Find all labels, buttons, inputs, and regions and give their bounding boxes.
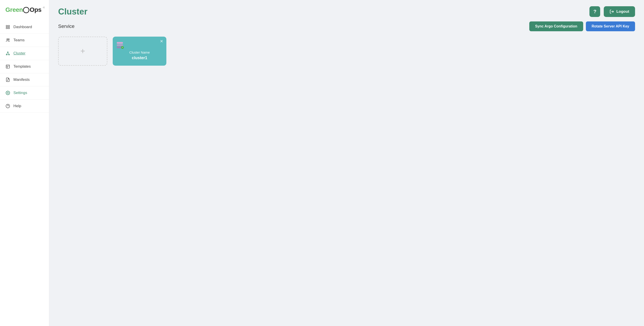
sidebar-item-templates-label: Templates — [14, 64, 31, 69]
sidebar-item-manifests[interactable]: Manifests — [0, 73, 49, 86]
sidebar-item-help-label: Help — [14, 104, 21, 108]
sidebar-item-templates[interactable]: Templates — [0, 60, 49, 73]
svg-point-6 — [8, 52, 8, 52]
sync-argo-button[interactable]: Sync Argo Configuration — [529, 21, 583, 31]
sidebar-item-dashboard-label: Dashboard — [14, 25, 32, 29]
content-area: Service Sync Argo Configuration Rotate S… — [49, 21, 644, 326]
sidebar-collapse-button[interactable]: « — [43, 5, 45, 9]
svg-point-17 — [8, 92, 8, 94]
section-title: Service — [58, 23, 74, 29]
svg-line-10 — [8, 52, 9, 54]
header: Cluster ? Logout — [49, 0, 644, 21]
cards-row: + ✕ Cluster Name cluster1 — [58, 37, 635, 66]
svg-point-5 — [8, 39, 10, 40]
logout-button[interactable]: Logout — [604, 6, 635, 17]
svg-rect-3 — [8, 27, 10, 29]
svg-point-4 — [7, 39, 8, 40]
main-content: Cluster ? Logout Service Sync Argo Confi… — [49, 0, 644, 326]
logo-black: Ops — [30, 6, 41, 13]
cluster-db-icon — [117, 42, 123, 48]
cluster-card: ✕ Cluster Name cluster1 — [113, 37, 166, 66]
teams-icon — [5, 38, 10, 43]
sidebar-item-cluster-label: Cluster — [14, 51, 26, 56]
sidebar-item-teams[interactable]: Teams — [0, 34, 49, 47]
manifests-icon — [5, 77, 10, 82]
add-icon: + — [80, 47, 85, 55]
settings-icon — [5, 90, 10, 95]
cluster-name-label: Cluster Name — [117, 50, 162, 54]
sidebar-item-help[interactable]: Help — [0, 100, 49, 113]
logo-area: GreenOps — [0, 0, 49, 20]
sidebar-item-manifests-label: Manifests — [14, 77, 30, 82]
db-layer-2 — [117, 44, 123, 46]
logout-label: Logout — [616, 9, 629, 14]
section-actions: Sync Argo Configuration Rotate Server AP… — [529, 21, 635, 31]
svg-rect-1 — [8, 25, 10, 27]
rotate-api-key-button[interactable]: Rotate Server API Key — [586, 21, 635, 31]
svg-rect-2 — [6, 27, 8, 29]
sidebar-item-cluster[interactable]: Cluster — [0, 47, 49, 60]
cluster-status-check-icon — [121, 46, 124, 49]
sidebar-item-teams-label: Teams — [14, 38, 24, 42]
help-button[interactable]: ? — [590, 6, 600, 17]
section-header: Service Sync Argo Configuration Rotate S… — [58, 21, 635, 31]
cluster-card-icon-area — [117, 42, 162, 48]
svg-rect-12 — [6, 65, 10, 68]
dashboard-icon — [5, 24, 10, 29]
logo-circle-icon — [23, 7, 29, 13]
db-layer-1 — [117, 42, 123, 44]
sidebar: « GreenOps Dashboard Teams — [0, 0, 49, 326]
sidebar-item-settings[interactable]: Settings — [0, 86, 49, 100]
add-cluster-card[interactable]: + — [58, 37, 107, 66]
cluster-icon — [5, 51, 10, 56]
logout-icon — [610, 9, 614, 14]
logo-green: Green — [5, 6, 23, 13]
page-title: Cluster — [58, 7, 88, 16]
svg-line-9 — [6, 52, 8, 54]
header-actions: ? Logout — [590, 6, 635, 17]
templates-icon — [5, 64, 10, 69]
sidebar-item-dashboard[interactable]: Dashboard — [0, 20, 49, 34]
sidebar-item-settings-label: Settings — [14, 91, 27, 95]
svg-rect-0 — [6, 25, 8, 27]
logo: GreenOps — [5, 6, 41, 13]
help-icon — [5, 104, 10, 109]
cluster-name-value: cluster1 — [117, 56, 162, 60]
cluster-card-close-button[interactable]: ✕ — [160, 39, 163, 43]
